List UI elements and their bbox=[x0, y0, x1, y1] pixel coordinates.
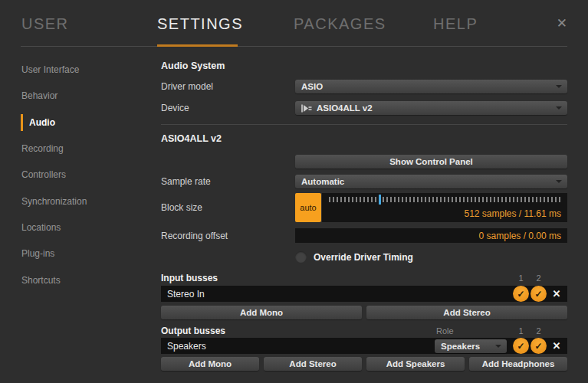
show-control-panel-button[interactable]: Show Control Panel bbox=[295, 155, 567, 169]
output-bus-name[interactable]: Speakers bbox=[167, 341, 435, 352]
audio-system-title: Audio System bbox=[161, 61, 567, 71]
role-dropdown[interactable]: Speakers bbox=[435, 339, 507, 353]
preferences-dialog: USER SETTINGS PACKAGES HELP ✕ User Inter… bbox=[0, 0, 588, 383]
recording-offset-field[interactable]: 0 samples / 0.00 ms bbox=[295, 228, 567, 243]
sample-rate-dropdown[interactable]: Automatic bbox=[295, 175, 567, 188]
channel-1-header: 1 bbox=[513, 273, 529, 283]
recording-offset-value: 0 samples / 0.00 ms bbox=[479, 231, 561, 241]
tab-settings[interactable]: SETTINGS bbox=[157, 15, 243, 33]
role-column-header: Role bbox=[435, 326, 507, 336]
channel-1-check-icon[interactable]: ✓ bbox=[513, 338, 529, 354]
output-busses-header: Output busses Role 1 2 bbox=[161, 326, 567, 336]
input-busses-header: Input busses 1 2 bbox=[161, 273, 567, 283]
check-glyph: ✓ bbox=[517, 289, 524, 300]
sidebar-item-label: Behavior bbox=[21, 90, 57, 101]
recording-offset-label: Recording offset bbox=[161, 231, 295, 241]
sidebar-item-user-interface[interactable]: User Interface bbox=[0, 57, 149, 83]
input-bus-row-stereo-in: Stereo In ✓ ✓ ✕ bbox=[161, 286, 567, 302]
output-busses-buttons: Add Mono Add Stereo Add Speakers Add Hea… bbox=[161, 357, 567, 371]
block-size-label: Block size bbox=[161, 202, 295, 213]
block-size-value: 512 samples / 11.61 ms bbox=[464, 208, 561, 219]
section-divider bbox=[161, 124, 567, 125]
chevron-down-icon bbox=[495, 345, 501, 348]
add-stereo-output-button[interactable]: Add Stereo bbox=[264, 357, 362, 371]
input-busses-title: Input busses bbox=[161, 273, 513, 283]
sidebar-item-label: Shortcuts bbox=[21, 275, 61, 286]
role-value: Speakers bbox=[441, 342, 480, 351]
sidebar-item-audio[interactable]: Audio bbox=[0, 110, 149, 136]
sidebar-item-locations[interactable]: Locations bbox=[0, 214, 149, 241]
device-dropdown[interactable]: ASIO4ALL v2 bbox=[295, 101, 567, 115]
sidebar-item-label: Synchronization bbox=[21, 196, 87, 207]
channel-1-check-icon[interactable]: ✓ bbox=[513, 286, 529, 302]
driver-model-dropdown[interactable]: ASIO bbox=[295, 80, 567, 93]
add-headphones-button[interactable]: Add Headphones bbox=[469, 357, 567, 371]
tab-user[interactable]: USER bbox=[21, 15, 69, 33]
driver-model-value: ASIO bbox=[301, 82, 323, 91]
sample-rate-row: Sample rate Automatic bbox=[161, 175, 567, 188]
channel-2-header: 2 bbox=[531, 273, 547, 283]
asio4all-device-icon bbox=[301, 104, 312, 113]
sample-rate-value: Automatic bbox=[301, 177, 344, 186]
check-glyph: ✓ bbox=[534, 289, 542, 300]
sample-rate-label: Sample rate bbox=[161, 176, 295, 187]
block-size-slider[interactable]: 512 samples / 11.61 ms bbox=[322, 193, 567, 222]
slider-ticks bbox=[329, 197, 563, 202]
override-driver-timing-label: Override Driver Timing bbox=[314, 252, 413, 263]
sidebar-item-label: Plug-ins bbox=[21, 248, 54, 259]
remove-bus-icon[interactable]: ✕ bbox=[551, 340, 562, 352]
close-icon[interactable]: ✕ bbox=[557, 17, 567, 30]
sidebar-item-behavior[interactable]: Behavior bbox=[0, 83, 149, 109]
sidebar-item-recording[interactable]: Recording bbox=[0, 136, 149, 162]
sidebar-item-controllers[interactable]: Controllers bbox=[0, 162, 149, 188]
sidebar-item-label: Locations bbox=[21, 222, 61, 233]
sidebar-item-plugins[interactable]: Plug-ins bbox=[0, 241, 149, 267]
driver-model-row: Driver model ASIO bbox=[161, 80, 567, 93]
slider-position-marker[interactable] bbox=[379, 195, 381, 205]
device-section-title: ASIO4ALL v2 bbox=[161, 133, 567, 144]
active-item-bar bbox=[21, 114, 23, 131]
override-driver-timing-row: Override Driver Timing bbox=[161, 251, 567, 263]
chevron-down-icon bbox=[556, 85, 562, 88]
tab-help[interactable]: HELP bbox=[433, 15, 478, 33]
sidebar-item-label: User Interface bbox=[21, 64, 79, 75]
input-busses-buttons: Add Mono Add Stereo bbox=[161, 306, 567, 319]
audio-settings-panel: Audio System Driver model ASIO Device AS… bbox=[161, 46, 567, 371]
sidebar-item-label: Recording bbox=[21, 143, 64, 154]
check-glyph: ✓ bbox=[534, 341, 542, 352]
control-panel-row: Show Control Panel bbox=[161, 155, 567, 169]
channel-2-header: 2 bbox=[531, 326, 547, 336]
add-mono-input-button[interactable]: Add Mono bbox=[161, 306, 362, 319]
block-size-auto-button[interactable]: auto bbox=[295, 193, 321, 222]
chevron-down-icon bbox=[556, 180, 562, 183]
add-stereo-input-button[interactable]: Add Stereo bbox=[366, 306, 567, 319]
settings-sidebar: User Interface Behavior Audio Recording … bbox=[0, 57, 149, 293]
device-row: Device ASIO4ALL v2 bbox=[161, 101, 567, 115]
chevron-down-icon bbox=[556, 106, 562, 110]
check-glyph: ✓ bbox=[517, 341, 524, 352]
channel-1-header: 1 bbox=[513, 326, 529, 336]
recording-offset-row: Recording offset 0 samples / 0.00 ms bbox=[161, 228, 567, 243]
output-bus-row-speakers: Speakers Speakers ✓ ✓ ✕ bbox=[161, 338, 567, 354]
sidebar-item-shortcuts[interactable]: Shortcuts bbox=[0, 267, 149, 293]
sidebar-item-label: Controllers bbox=[21, 169, 66, 180]
device-value: ASIO4ALL v2 bbox=[317, 103, 373, 113]
input-bus-name[interactable]: Stereo In bbox=[167, 289, 513, 300]
sidebar-item-synchronization[interactable]: Synchronization bbox=[0, 188, 149, 214]
channel-2-check-icon[interactable]: ✓ bbox=[531, 286, 547, 302]
channel-2-check-icon[interactable]: ✓ bbox=[531, 338, 547, 354]
header: USER SETTINGS PACKAGES HELP ✕ bbox=[0, 0, 588, 46]
device-label: Device bbox=[161, 103, 295, 113]
add-speakers-button[interactable]: Add Speakers bbox=[366, 357, 465, 371]
sidebar-item-label: Audio bbox=[29, 117, 55, 128]
add-mono-output-button[interactable]: Add Mono bbox=[161, 357, 259, 371]
block-size-row: Block size auto 512 samples / 11.61 ms bbox=[161, 193, 567, 222]
remove-bus-icon[interactable]: ✕ bbox=[551, 288, 562, 300]
override-driver-timing-toggle[interactable] bbox=[295, 251, 307, 263]
tab-packages[interactable]: PACKAGES bbox=[294, 15, 386, 33]
driver-model-label: Driver model bbox=[161, 81, 295, 92]
output-busses-title: Output busses bbox=[161, 326, 435, 336]
